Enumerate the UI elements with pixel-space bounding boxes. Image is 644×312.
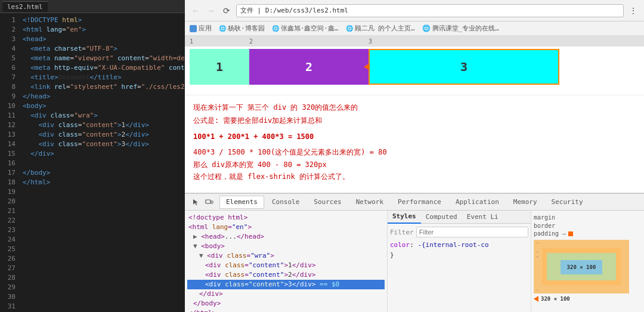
styles-tabs: Styles Computed Event Li	[388, 211, 531, 224]
styles-tab-styles[interactable]: Styles	[388, 211, 421, 224]
dom-line-wra-end: </div>	[187, 289, 385, 299]
dom-line-content1: <div class="content">1</div>	[187, 261, 385, 270]
devtools-tab-sources[interactable]: Sources	[307, 196, 348, 209]
filter-row: Filter	[390, 226, 528, 238]
dom-line-content3[interactable]: <div class="content">3</div> == $0	[187, 280, 385, 289]
content-size-row: 320 × 100	[534, 296, 642, 302]
devtools-tab-console[interactable]: Console	[265, 196, 306, 209]
code-area[interactable]: <!DOCTYPE html> <html lang="en"> <head> …	[18, 13, 185, 312]
orange-indicator	[568, 231, 573, 236]
code-line-headend: </head>	[23, 92, 182, 101]
margin-label: margin	[534, 213, 642, 222]
code-line-html: <!DOCTYPE html>	[23, 16, 182, 25]
code-line-head: <head>	[23, 35, 182, 44]
dom-line-html: <html lang="en">	[187, 223, 385, 232]
styles-tab-event[interactable]: Event Li	[462, 211, 503, 224]
back-button[interactable]: ←	[190, 5, 202, 17]
explanation-line2: 公式是: 需要把全部div加起来计算总和	[193, 115, 636, 126]
devtools-tab-memory[interactable]: Memory	[507, 196, 544, 209]
refresh-button[interactable]: ⟳	[221, 5, 233, 17]
code-line-meta1: <meta charset="UTF-8">	[23, 44, 182, 54]
address-bar[interactable]: 文件 | D:/web/css3/les2.html	[236, 4, 624, 17]
explanation-line1: 现在来计算一下 第三个 div 的 320的值怎么来的	[193, 101, 636, 113]
editor-tab-les2[interactable]: les2.html	[2, 1, 48, 12]
devtools-panel: Elements Console Sources Network Perform…	[185, 193, 644, 312]
code-line-title: <title>Document</title>	[23, 73, 182, 82]
explanation-line6: 400*3 / 1500 * 100(这个值是父元素多出来的宽) = 80	[193, 146, 636, 158]
devtools-tabs: Elements Console Sources Network Perform…	[185, 194, 644, 211]
menu-button[interactable]: ⋮	[627, 5, 639, 17]
code-line-div3: <div class="content">2</div>	[23, 130, 182, 140]
flex-boxes: 1 2 3	[185, 47, 564, 95]
devtools-tab-elements[interactable]: Elements	[219, 196, 264, 209]
bookmark-3[interactable]: 🌐 顾二凡 的个人主页…	[346, 24, 415, 33]
box-arrow-indicator	[364, 63, 370, 70]
devtools-body: <!doctype html> <html lang="en"> ▶ <head…	[185, 211, 644, 312]
code-line-divend: </div>	[23, 149, 182, 159]
bookmark-1[interactable]: 🌐 杨耿·博客园	[219, 24, 265, 33]
dom-tree[interactable]: <!doctype html> <html lang="en"> ▶ <head…	[185, 211, 388, 312]
devtools-tab-network[interactable]: Network	[349, 196, 390, 209]
code-line-body: <body>	[23, 101, 182, 111]
content-size-display: 320 × 100	[541, 296, 570, 302]
filter-label: Filter	[390, 228, 414, 236]
content-size: 320 × 100	[561, 260, 602, 274]
bookmark-4[interactable]: 🌐 腾讯课堂_专业的在线…	[422, 24, 499, 33]
style-closing-brace: }	[390, 251, 528, 259]
dom-line-content2: <div class="content">2</div>	[187, 270, 385, 280]
margin-val-top: -	[536, 240, 539, 246]
ruler-mark-3: 3	[369, 38, 372, 45]
box-icon[interactable]	[204, 197, 215, 208]
explanation-area: 现在来计算一下 第三个 div 的 320的值怎么来的 公式是: 需要把全部di…	[185, 95, 644, 193]
ruler: 1 2 3	[185, 36, 644, 47]
editor-tabs: les2.html	[0, 0, 185, 13]
box-model-panel: margin border padding –	[531, 211, 644, 312]
box-2: 2	[249, 49, 369, 85]
browser-content: 1 2 3 1 2 3 现在来计算一下 第三个 div	[185, 36, 644, 312]
editor-panel: les2.html 1 2 3 4 5 6 7 8 9 10 11 12 13 …	[0, 0, 185, 312]
code-line-link: <link rel="stylesheet" href="./css/les2.	[23, 82, 182, 92]
dom-line-body: ▼ <body>	[187, 242, 385, 251]
code-line-meta2: <meta name="viewport" content="width=dev	[23, 54, 182, 63]
code-line-htmlend: </html>	[23, 178, 182, 187]
bookmark-apps[interactable]: 应用	[190, 24, 212, 33]
browser-toolbar: ← → ⟳ 文件 | D:/web/css3/les2.html ⋮	[185, 0, 644, 21]
ruler-mark-2: 2	[249, 38, 253, 45]
filter-input[interactable]	[416, 227, 528, 237]
right-panel: ← → ⟳ 文件 | D:/web/css3/les2.html ⋮ 应用 🌐 …	[185, 0, 644, 312]
forward-button[interactable]: →	[205, 5, 217, 17]
bookmarks-bar: 应用 🌐 杨耿·博客园 🌐 张鑫旭·鑫空间·鑫… 🌐 顾二凡 的个人主页… 🌐 …	[185, 21, 644, 36]
code-line-div1: <div class="wra">	[23, 111, 182, 121]
box-3: 3	[369, 49, 559, 85]
styles-tab-computed[interactable]: Computed	[421, 211, 462, 224]
devtools-icons	[187, 197, 218, 208]
box-model-diagram: 320 × 100 - - - -	[534, 240, 629, 294]
code-line-div4: <div class="content">3</div>	[23, 140, 182, 149]
code-line-bodyend: </body>	[23, 168, 182, 178]
dom-line-body-end: </body>	[187, 299, 385, 308]
devtools-tab-performance[interactable]: Performance	[391, 196, 448, 209]
code-line-html2: <html lang="en">	[23, 25, 182, 35]
border-label: border	[534, 222, 642, 230]
devtools-tab-application[interactable]: Application	[449, 196, 506, 209]
styles-content: Filter color: -{internal-root-co }	[388, 224, 531, 312]
explanation-line7: 那么 div原本的宽 400 - 80 = 320px	[193, 159, 636, 171]
devtools-tab-security[interactable]: Security	[545, 196, 590, 209]
dom-line-doctype: <!doctype html>	[187, 213, 385, 223]
padding-label: padding –	[534, 230, 642, 237]
explanation-line8: 这个过程，就是 flex-shrink 的计算公式了。	[193, 171, 636, 183]
code-line-div2: <div class="content">1</div>	[23, 121, 182, 130]
line-numbers: 1 2 3 4 5 6 7 8 9 10 11 12 13 14 15 16 1…	[0, 13, 18, 312]
cursor-icon[interactable]	[191, 197, 202, 208]
code-line-empty	[23, 159, 182, 168]
styles-panel: Styles Computed Event Li Filter	[388, 211, 531, 312]
margin-val-bottom: -	[536, 288, 539, 293]
svg-rect-0	[206, 200, 210, 203]
dom-line-wra: ▼ <div class="wra">	[187, 251, 385, 261]
arrow-icon	[534, 296, 538, 302]
apps-icon	[190, 25, 197, 32]
dom-line-head: ▶ <head>...</head>	[187, 232, 385, 242]
explanation-line4: 100*1 + 200*1 + 400*3 = 1500	[193, 131, 636, 143]
bookmark-2[interactable]: 🌐 张鑫旭·鑫空间·鑫…	[272, 24, 339, 33]
ruler-mark-1: 1	[190, 38, 193, 45]
